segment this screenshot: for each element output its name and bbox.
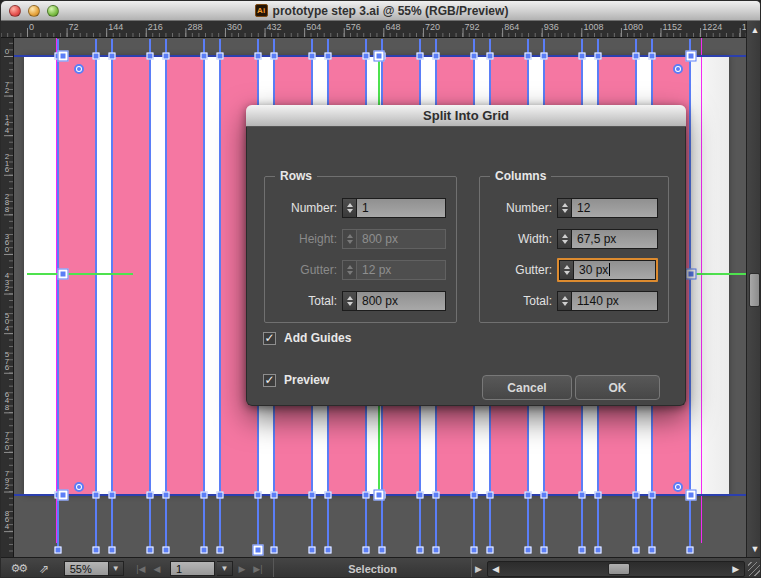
guide-handle[interactable] bbox=[595, 492, 602, 499]
rows-total-stepper[interactable] bbox=[342, 291, 357, 311]
vertical-guide[interactable] bbox=[149, 39, 151, 551]
guide-handle[interactable] bbox=[163, 492, 170, 499]
selected-anchor-handle[interactable] bbox=[686, 269, 697, 280]
magenta-margin-guide[interactable] bbox=[701, 38, 702, 543]
guide-handle[interactable] bbox=[632, 547, 639, 554]
cancel-button[interactable]: Cancel bbox=[482, 375, 572, 400]
selected-anchor-handle[interactable] bbox=[58, 490, 69, 501]
guide-handle[interactable] bbox=[649, 492, 656, 499]
guide-handle[interactable] bbox=[308, 547, 315, 554]
guide-handle[interactable] bbox=[487, 492, 494, 499]
minimize-button[interactable] bbox=[28, 5, 40, 17]
selected-anchor-handle[interactable] bbox=[58, 269, 69, 280]
green-horizontal-guide[interactable] bbox=[27, 273, 133, 275]
guide-handle[interactable] bbox=[325, 492, 332, 499]
guide-handle[interactable] bbox=[686, 547, 693, 554]
guide-handle[interactable] bbox=[146, 492, 153, 499]
previous-artboard-button[interactable]: ◀ bbox=[150, 561, 164, 577]
guide-target-marker[interactable] bbox=[74, 64, 84, 74]
guide-handle[interactable] bbox=[524, 547, 531, 554]
scroll-left-arrow[interactable]: ◀ bbox=[489, 562, 503, 576]
zoom-button[interactable] bbox=[47, 5, 59, 17]
guide-handle[interactable] bbox=[649, 53, 656, 60]
scroll-right-arrow[interactable]: ▶ bbox=[729, 562, 743, 576]
guide-handle[interactable] bbox=[271, 492, 278, 499]
guide-handle[interactable] bbox=[524, 53, 531, 60]
columns-number-stepper[interactable] bbox=[557, 198, 572, 218]
guide-handle[interactable] bbox=[92, 492, 99, 499]
guide-handle[interactable] bbox=[433, 492, 440, 499]
guide-handle[interactable] bbox=[271, 547, 278, 554]
window-resize-grip[interactable] bbox=[748, 562, 761, 576]
first-artboard-button[interactable]: |◀ bbox=[134, 561, 148, 577]
guide-target-marker[interactable] bbox=[673, 482, 683, 492]
guide-handle[interactable] bbox=[271, 53, 278, 60]
selected-anchor-handle[interactable] bbox=[374, 490, 385, 501]
guide-handle[interactable] bbox=[362, 53, 369, 60]
scroll-down-arrow[interactable]: ▼ bbox=[747, 542, 761, 556]
guide-handle[interactable] bbox=[200, 53, 207, 60]
guide-handle[interactable] bbox=[487, 547, 494, 554]
selected-anchor-handle[interactable] bbox=[58, 51, 69, 62]
guide-handle[interactable] bbox=[416, 492, 423, 499]
columns-total-stepper[interactable] bbox=[557, 291, 572, 311]
selected-anchor-handle[interactable] bbox=[686, 490, 697, 501]
scroll-up-arrow[interactable]: ▲ bbox=[747, 23, 761, 37]
guide-handle[interactable] bbox=[416, 53, 423, 60]
last-artboard-button[interactable]: ▶| bbox=[251, 561, 265, 577]
rows-number-field[interactable]: 1 bbox=[357, 198, 446, 218]
guide-handle[interactable] bbox=[487, 53, 494, 60]
horizontal-ruler[interactable]: 0721442162883604325045766487207928649361… bbox=[1, 21, 746, 38]
rows-number-stepper[interactable] bbox=[342, 198, 357, 218]
guide-handle[interactable] bbox=[146, 53, 153, 60]
guide-handle[interactable] bbox=[649, 547, 656, 554]
guide-handle[interactable] bbox=[524, 492, 531, 499]
dialog-title[interactable]: Split Into Grid bbox=[246, 105, 686, 127]
guide-handle[interactable] bbox=[595, 53, 602, 60]
guide-handle[interactable] bbox=[254, 492, 261, 499]
guide-handle[interactable] bbox=[325, 53, 332, 60]
guide-handle[interactable] bbox=[362, 547, 369, 554]
columns-gutter-field[interactable]: 30 px bbox=[574, 260, 656, 280]
columns-width-field[interactable]: 67,5 px bbox=[572, 229, 658, 249]
artboard-number-field[interactable]: 1 bbox=[170, 561, 215, 576]
guide-handle[interactable] bbox=[470, 547, 477, 554]
preview-checkbox[interactable]: ✓ bbox=[263, 374, 276, 387]
guide-handle[interactable] bbox=[578, 53, 585, 60]
guide-handle[interactable] bbox=[92, 53, 99, 60]
guide-handle[interactable] bbox=[632, 53, 639, 60]
guide-handle[interactable] bbox=[595, 547, 602, 554]
rows-total-field[interactable]: 800 px bbox=[357, 291, 446, 311]
status-display[interactable]: Selection bbox=[273, 558, 472, 578]
guide-handle[interactable] bbox=[92, 547, 99, 554]
columns-total-field[interactable]: 1140 px bbox=[572, 291, 658, 311]
guide-handle[interactable] bbox=[146, 547, 153, 554]
sync-settings-icon[interactable]: ⚙⚙ bbox=[6, 561, 31, 577]
add-guides-checkbox[interactable]: ✓ bbox=[263, 332, 276, 345]
guide-handle[interactable] bbox=[200, 492, 207, 499]
guide-handle[interactable] bbox=[109, 53, 116, 60]
guide-handle[interactable] bbox=[578, 547, 585, 554]
guide-handle[interactable] bbox=[109, 547, 116, 554]
next-artboard-button[interactable]: ▶ bbox=[235, 561, 249, 577]
close-button[interactable] bbox=[9, 5, 21, 17]
columns-width-stepper[interactable] bbox=[557, 229, 572, 249]
guide-handle[interactable] bbox=[254, 53, 261, 60]
guide-handle[interactable] bbox=[109, 492, 116, 499]
magenta-margin-guide[interactable] bbox=[56, 38, 57, 543]
zoom-level-field[interactable]: 55% bbox=[64, 561, 109, 576]
guide-target-marker[interactable] bbox=[74, 482, 84, 492]
vertical-guide[interactable] bbox=[57, 39, 59, 551]
guide-handle[interactable] bbox=[308, 492, 315, 499]
guide-handle[interactable] bbox=[541, 492, 548, 499]
horizontal-scrollbar[interactable]: ◀ ▶ bbox=[487, 561, 745, 577]
columns-number-field[interactable]: 12 bbox=[572, 198, 658, 218]
guide-handle[interactable] bbox=[578, 492, 585, 499]
status-expand-button[interactable]: ▶ bbox=[472, 561, 484, 577]
vertical-guide[interactable] bbox=[95, 39, 97, 551]
vertical-guide[interactable] bbox=[689, 39, 691, 551]
guide-handle[interactable] bbox=[200, 547, 207, 554]
guide-handle[interactable] bbox=[163, 53, 170, 60]
vertical-guide[interactable] bbox=[165, 39, 167, 551]
guide-handle[interactable] bbox=[470, 492, 477, 499]
